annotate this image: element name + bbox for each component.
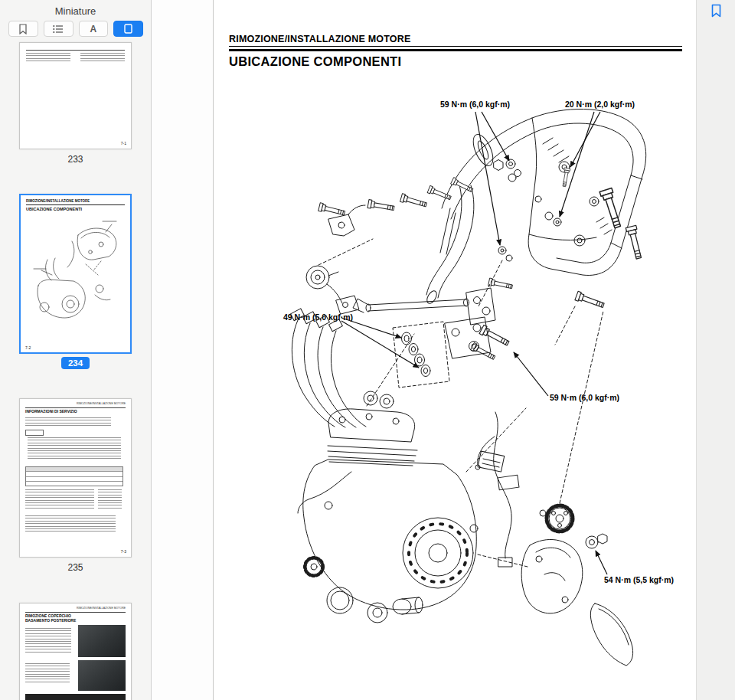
right-rail — [696, 0, 735, 700]
thumb-title: INFORMAZIONI DI SERVIZIO — [25, 410, 77, 414]
thumb-photo — [78, 625, 126, 657]
document-viewport[interactable]: RIMOZIONE/INSTALLAZIONE MOTORE UBICAZION… — [152, 0, 695, 700]
section-title: UBICAZIONE COMPONENTI — [229, 54, 401, 69]
selected-page-badge-row: 234 — [19, 357, 132, 369]
thumbnail-label-233: 233 — [19, 154, 132, 165]
thumb-title: RIMOZIONE COPERCHIO BASAMENTO POSTERIORE — [25, 614, 79, 623]
thumbnail-label-235: 235 — [19, 562, 132, 573]
thumb-text-block — [25, 628, 71, 653]
bookmarks-view-button[interactable] — [8, 21, 38, 37]
sidebar: Miniature A — [0, 0, 152, 700]
thumb-rule — [25, 612, 126, 613]
bookmark-icon — [18, 24, 28, 34]
thumb-text-block — [25, 515, 116, 532]
selected-page-badge: 234 — [61, 357, 90, 369]
header-rule-thin — [229, 46, 682, 47]
thumb-text-block — [25, 663, 70, 683]
thumb-page-corner: 7-1 — [121, 142, 126, 146]
thumb-text-block — [25, 417, 111, 427]
bookmark-icon — [710, 4, 722, 18]
thumb-header: RIMOZIONE/INSTALLAZIONE MOTORE — [77, 403, 126, 406]
letter-a-icon: A — [90, 25, 97, 34]
bookmark-page-button[interactable] — [710, 4, 722, 20]
thumb-text-block — [26, 53, 70, 61]
thumbnail-page-234[interactable]: RIMOZIONE/INSTALLAZIONE MOTORE UBICAZION… — [19, 194, 132, 354]
thumb-rule — [26, 50, 125, 51]
list-icon — [53, 25, 64, 34]
thumb-photo — [78, 660, 126, 691]
page-thumbnail-icon — [124, 24, 132, 34]
thumb-nota-box — [25, 430, 44, 436]
pdf-viewer-window: Miniature A — [0, 0, 735, 700]
contents-view-button[interactable] — [44, 21, 74, 37]
thumb-text-block — [28, 437, 121, 460]
header-rule-thick — [229, 49, 682, 51]
thumb-header: RIMOZIONE/INSTALLAZIONE MOTORE — [77, 607, 126, 610]
thumbnail-page-233[interactable]: 7-1 — [19, 42, 132, 149]
thumbnails-view-button[interactable] — [113, 21, 143, 37]
pdf-page-234: RIMOZIONE/INSTALLAZIONE MOTORE UBICAZION… — [213, 0, 697, 700]
engine-exploded-diagram — [214, 77, 696, 700]
thumb-subheader: UBICAZIONE COMPONENTI — [26, 207, 82, 211]
thumb-photo — [25, 694, 126, 700]
thumb-rule — [26, 204, 125, 205]
thumb-text-block — [98, 489, 122, 509]
thumb-header: RIMOZIONE/INSTALLAZIONE MOTORE — [26, 199, 90, 203]
thumbnail-page-236[interactable]: RIMOZIONE/INSTALLAZIONE MOTORE RIMOZIONE… — [19, 603, 132, 700]
thumb-table — [25, 466, 123, 486]
thumb-rule — [25, 407, 126, 408]
thumb-page-corner: 7-2 — [25, 346, 31, 350]
thumbnail-page-235[interactable]: RIMOZIONE/INSTALLAZIONE MOTORE INFORMAZI… — [19, 398, 132, 558]
sidebar-title: Miniature — [0, 5, 151, 17]
thumb-text-block — [25, 489, 94, 509]
thumb-diagram-sketch — [26, 215, 126, 341]
text-view-button[interactable]: A — [79, 21, 109, 37]
thumb-page-corner: 7-3 — [121, 550, 126, 554]
thumb-text-block — [80, 53, 125, 61]
chapter-header: RIMOZIONE/INSTALLAZIONE MOTORE — [229, 34, 410, 44]
sidebar-view-toolbar: A — [8, 21, 143, 37]
